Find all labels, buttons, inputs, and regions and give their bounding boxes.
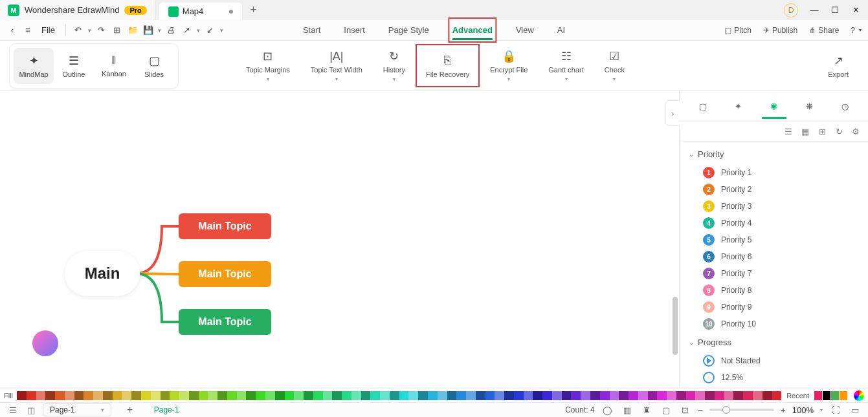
panel-collapse-button[interactable]: › (665, 100, 680, 126)
recent-color-2[interactable] (823, 391, 830, 400)
view-outline[interactable]: ☰Outline (54, 48, 94, 84)
open-button[interactable]: 📁 (126, 23, 140, 37)
priority-item-9[interactable]: 9Priority 9 (680, 299, 868, 315)
outline-toggle[interactable]: ☰ (6, 404, 19, 416)
minimize-button[interactable]: — (810, 6, 819, 15)
maximize-button[interactable]: ☐ (830, 6, 840, 15)
panel-tab-style[interactable]: ▢ (691, 94, 715, 119)
scrollbar-thumb[interactable] (673, 297, 678, 355)
page-tab-1[interactable]: Page-1 (154, 405, 179, 414)
list-view-button[interactable]: ☰ (783, 126, 794, 138)
priority-item-2[interactable]: 2Priority 2 (680, 181, 868, 198)
layout-icon[interactable]: ▥ (621, 404, 634, 416)
priority-item-10[interactable]: 10Priority 10 (680, 315, 868, 332)
export-dropdown[interactable]: ▾ (195, 23, 202, 37)
topic-node-3[interactable]: Main Topic (179, 309, 271, 335)
fit-icon[interactable]: ▢ (660, 404, 673, 416)
progress-item-2[interactable]: 12.5% (680, 369, 868, 386)
pitch-button[interactable]: ▢Pitch (724, 26, 751, 35)
import-dropdown[interactable]: ▾ (219, 23, 225, 37)
panel-tab-marks[interactable]: ◉ (762, 94, 786, 119)
panel-toggle[interactable]: ◫ (25, 404, 38, 416)
add-mark-button[interactable]: ⊞ (816, 126, 828, 138)
recent-color-1[interactable] (814, 391, 822, 400)
root-node[interactable]: Main (65, 251, 140, 296)
topic-text-width-button[interactable]: |A|Topic Text Width▾ (300, 44, 373, 87)
zoom-in-button[interactable]: + (781, 405, 786, 415)
priority-item-4[interactable]: 4Priority 4 (680, 215, 868, 231)
view-slides[interactable]: ▢Slides (134, 48, 174, 84)
progress-section-header[interactable]: ⌄Progress (680, 335, 868, 350)
priority-item-8[interactable]: 8Priority 8 (680, 282, 868, 299)
view-kanban[interactable]: ⦀Kanban (94, 48, 134, 84)
add-tab-button[interactable]: + (250, 3, 257, 17)
save-dropdown[interactable]: ▾ (157, 23, 163, 37)
share-button[interactable]: ⋔Share (809, 26, 839, 35)
recent-colors[interactable] (814, 391, 847, 400)
priority-item-3[interactable]: 3Priority 3 (680, 198, 868, 215)
file-recovery-button[interactable]: ⎘File Recovery (416, 44, 480, 87)
priority-item-7[interactable]: 7Priority 7 (680, 265, 868, 282)
new-button[interactable]: ⊞ (110, 23, 124, 37)
save-button[interactable]: 💾 (141, 23, 155, 37)
color-palette[interactable] (17, 391, 781, 400)
publish-button[interactable]: ✈Publish (763, 26, 797, 35)
ai-assistant-button[interactable]: A (32, 330, 58, 356)
tab-view[interactable]: View (516, 21, 534, 39)
tab-ai[interactable]: AI (557, 21, 565, 39)
file-menu[interactable]: File (36, 23, 60, 37)
back-button[interactable]: ‹ (5, 23, 19, 37)
topic-margins-button[interactable]: ⊡Topic Margins▾ (236, 44, 300, 87)
tab-advanced[interactable]: Advanced (452, 21, 493, 39)
app-logo-icon: M (8, 5, 19, 16)
import-button[interactable]: ↙ (203, 23, 217, 37)
recent-color-4[interactable] (840, 391, 847, 400)
zoom-out-button[interactable]: − (698, 405, 704, 415)
view-mindmap[interactable]: ✦MindMap (14, 48, 54, 84)
user-avatar[interactable]: D (784, 3, 798, 17)
refresh-button[interactable]: ↻ (833, 126, 845, 138)
undo-dropdown[interactable]: ▾ (87, 23, 93, 37)
grid-view-button[interactable]: ▦ (799, 126, 811, 138)
gantt-chart-button[interactable]: ☷Gantt chart▾ (538, 44, 594, 87)
minimize-panel-button[interactable]: ▭ (849, 404, 862, 416)
close-button[interactable]: ✕ (851, 6, 860, 15)
progress-item-1[interactable]: Not Started (680, 352, 868, 369)
priority-item-5[interactable]: 5Priority 5 (680, 231, 868, 248)
encrypt-file-button[interactable]: 🔒Encrypt File▾ (480, 44, 538, 87)
recent-color-3[interactable] (831, 391, 839, 400)
export-quick-button[interactable]: ↗ (180, 23, 194, 37)
settings-button[interactable]: ⚙ (850, 126, 862, 138)
redo-button[interactable]: ↷ (95, 23, 109, 37)
print-button[interactable]: 🖨 (164, 23, 179, 37)
progress-item-3[interactable]: 25% (680, 386, 868, 387)
hamburger-icon[interactable]: ≡ (21, 23, 35, 37)
zoom-level[interactable]: 100% (792, 405, 814, 415)
help-button[interactable]: ?▾ (851, 26, 862, 35)
center-icon[interactable]: ⊡ (679, 404, 692, 416)
page-selector[interactable]: Page-1▾ (43, 403, 111, 416)
globe-icon[interactable]: ◯ (601, 404, 614, 416)
panel-tab-ai[interactable]: ✦ (726, 94, 751, 119)
fullscreen-button[interactable]: ⛶ (829, 404, 842, 416)
history-button[interactable]: ↻History▾ (373, 44, 416, 87)
zoom-slider[interactable] (709, 409, 774, 411)
document-tab[interactable]: Map4 (159, 3, 243, 20)
priority-item-1[interactable]: 1Priority 1 (680, 164, 868, 181)
tab-page-style[interactable]: Page Style (388, 21, 429, 39)
add-page-button[interactable]: + (124, 404, 136, 416)
color-picker-button[interactable] (854, 390, 864, 401)
panel-tab-clipart[interactable]: ❋ (797, 94, 822, 119)
tab-insert[interactable]: Insert (344, 21, 365, 39)
tree-icon[interactable]: ♜ (640, 404, 653, 416)
tab-start[interactable]: Start (303, 21, 320, 39)
undo-button[interactable]: ↶ (71, 23, 85, 37)
panel-tab-history[interactable]: ◷ (833, 94, 858, 119)
app-tab[interactable]: M Wondershare EdrawMind Pro (0, 0, 155, 20)
priority-item-6[interactable]: 6Priority 6 (680, 248, 868, 265)
export-button[interactable]: ↗Export (818, 48, 859, 83)
topic-node-1[interactable]: Main Topic (179, 213, 271, 239)
priority-section-header[interactable]: ⌄Priority (680, 147, 868, 162)
check-button[interactable]: ☑Check▾ (594, 44, 635, 87)
topic-node-2[interactable]: Main Topic (179, 261, 271, 287)
